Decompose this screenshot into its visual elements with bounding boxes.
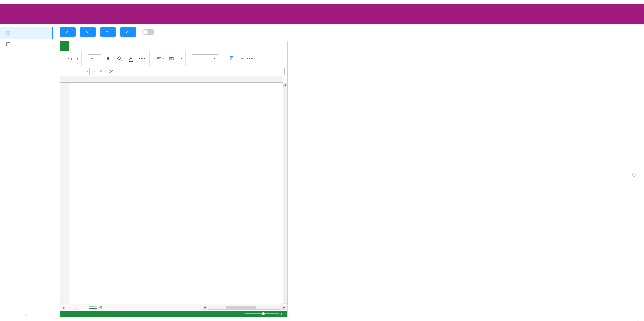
add-sheet-button[interactable]: ⊕ [97, 305, 104, 310]
fx-icon[interactable]: fx [109, 69, 113, 74]
dependency-panel [293, 27, 640, 317]
horizontal-scrollbar[interactable] [208, 306, 281, 310]
ribbon-tab-license[interactable] [126, 41, 135, 51]
font-size-combo[interactable]: ▾ [88, 54, 101, 63]
cancel-formula-icon[interactable]: ✕ [99, 69, 102, 73]
accept-formula-icon[interactable]: ✓ [104, 69, 107, 73]
arrow-icon: ↗ [65, 30, 68, 34]
number-format-combo[interactable]: ▾ [192, 54, 218, 63]
sheet-tab-strip: ◄ ‹ … ⊕ ⋮ ◄ ► [60, 304, 287, 311]
formula-bar: ▾ ⋮ ✕ ✓ fx [60, 66, 287, 76]
row-headers[interactable] [60, 83, 69, 307]
sidebar-item-cross-check[interactable] [0, 39, 53, 50]
wand-icon: ✧ [105, 30, 109, 34]
check-circle-icon: ✓ [125, 30, 129, 34]
sheet-tab-summary[interactable] [89, 306, 97, 309]
name-box[interactable]: ▾ [63, 68, 90, 75]
zoom-slider[interactable] [245, 313, 279, 314]
ribbon-tab-settings[interactable] [116, 41, 126, 51]
zoom-in-button[interactable]: + [281, 312, 283, 316]
sheet-tab-balance[interactable] [80, 307, 89, 308]
show-formula-toggle[interactable] [142, 29, 154, 35]
trace-all-button[interactable]: ✧ [100, 27, 116, 37]
ribbon-tab-view[interactable] [107, 41, 116, 51]
vertical-scrollbar[interactable]: ▲ ▼ [283, 83, 287, 307]
merge-button[interactable] [167, 54, 176, 63]
edit-more-button[interactable]: ••• [246, 54, 254, 63]
hscroll-left-icon[interactable]: ◄ [203, 306, 207, 310]
ribbon-tab-insert[interactable] [79, 41, 88, 51]
trace-precedents-button[interactable]: ↗ [60, 27, 76, 37]
sidebar [0, 24, 53, 321]
sidebar-item-financial-report[interactable] [0, 27, 53, 39]
hscroll-right-icon[interactable]: ► [282, 306, 286, 310]
formula-input[interactable] [115, 68, 285, 75]
action-toolbar: ↗ ↘ ✧ ✓ [60, 27, 288, 37]
ribbon-collapse-icon[interactable]: ⌃ [637, 319, 639, 321]
undo-dropdown-icon[interactable]: ▾ [77, 57, 78, 60]
sheet-nav-more-icon[interactable]: … [73, 306, 80, 310]
app-header [0, 4, 644, 24]
node-circle-icon [632, 173, 636, 177]
column-headers[interactable] [69, 76, 283, 83]
spreadsheet-grid[interactable]: ▲ ▼ ◄ ‹ … ⊕ [60, 76, 287, 317]
ribbon-tab-data[interactable] [98, 41, 107, 51]
sidebar-collapse-button[interactable] [24, 313, 28, 317]
svg-rect-1 [7, 43, 10, 46]
status-bar: − + [60, 311, 287, 317]
arrow-icon: ↘ [85, 30, 89, 34]
align-button[interactable]: ▾ [156, 54, 164, 63]
sheet-nav-prev-icon[interactable]: ‹ [67, 306, 73, 310]
review-all-button[interactable]: ✓ [120, 27, 136, 37]
merge-dropdown-icon[interactable]: ▾ [181, 57, 183, 60]
ribbon-tab-formula[interactable] [88, 41, 98, 51]
ribbon-tabs [60, 41, 287, 51]
fill-color-button[interactable] [115, 54, 124, 63]
undo-button[interactable] [65, 54, 74, 63]
spreadsheet-editor: ▾ ▾ B A ••• ▾ ▾ [60, 41, 288, 317]
zoom-out-button[interactable]: − [241, 312, 243, 316]
report-icon [6, 31, 11, 35]
select-all-corner[interactable] [60, 76, 69, 83]
sheet-nav-first-icon[interactable]: ◄ [60, 306, 67, 310]
font-more-button[interactable]: ••• [138, 54, 147, 63]
scroll-up-icon[interactable]: ▲ [283, 83, 287, 87]
bold-button[interactable]: B [104, 54, 112, 63]
autosum-button[interactable]: Σ [227, 54, 236, 63]
ribbon-tab-home[interactable] [69, 41, 79, 51]
trace-dependents-button[interactable]: ↘ [80, 27, 96, 37]
ribbon-tab-file[interactable] [60, 41, 69, 51]
analysis-icon [6, 42, 11, 47]
autosum-dropdown-icon[interactable]: ▾ [241, 57, 243, 60]
font-color-button[interactable]: A [126, 54, 135, 63]
